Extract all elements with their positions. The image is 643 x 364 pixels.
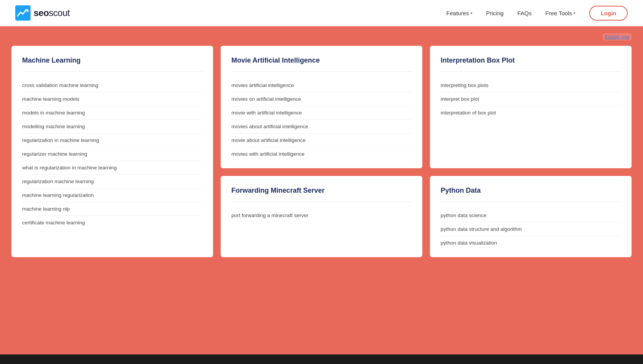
list-item: movie with artificial intelligence bbox=[231, 106, 412, 120]
features-chevron-icon: ▾ bbox=[470, 11, 472, 15]
list-item: python data science bbox=[441, 209, 621, 222]
features-label: Features bbox=[446, 10, 469, 16]
list-item: movies artificial intelligence bbox=[231, 79, 412, 92]
list-item: python data visualization bbox=[441, 236, 621, 250]
machine-learning-card: Machine Learning cross validation machin… bbox=[11, 46, 213, 257]
free-tools-chevron-icon: ▾ bbox=[574, 11, 575, 15]
list-item: modelling machine learning bbox=[22, 120, 202, 134]
interpretation-box-plot-card: Interpretation Box Plot interpreting box… bbox=[430, 46, 632, 168]
machine-learning-title: Machine Learning bbox=[22, 56, 202, 72]
list-item: regularization machine learning bbox=[22, 175, 202, 188]
interpretation-box-plot-keyword-list: interpreting box plots interpret box plo… bbox=[441, 79, 621, 119]
cards-grid: Machine Learning cross validation machin… bbox=[11, 46, 632, 257]
movie-ai-title: Movie Artificial Intelligence bbox=[231, 56, 412, 72]
list-item: what is regularization in machine learni… bbox=[22, 161, 202, 175]
logo-text: seoscout bbox=[34, 8, 70, 18]
list-item: movie about artificial intelligence bbox=[231, 134, 412, 147]
logo-seo: seo bbox=[34, 8, 49, 18]
faqs-nav-item[interactable]: FAQs bbox=[517, 10, 532, 16]
python-data-keyword-list: python data science python data structur… bbox=[441, 209, 621, 250]
python-data-card: Python Data python data science python d… bbox=[430, 176, 632, 257]
machine-learning-keyword-list: cross validation machine learning machin… bbox=[22, 79, 202, 229]
list-item: cross validation machine learning bbox=[22, 79, 202, 92]
forwarding-minecraft-keyword-list: port forwarding a minecraft server bbox=[231, 209, 412, 222]
free-tools-nav-item[interactable]: Free Tools ▾ bbox=[545, 10, 575, 16]
list-item: python data structure and algorithm bbox=[441, 222, 621, 236]
faqs-label: FAQs bbox=[517, 10, 532, 16]
logo[interactable]: seoscout bbox=[15, 5, 70, 21]
pricing-nav-item[interactable]: Pricing bbox=[486, 10, 504, 16]
svg-rect-0 bbox=[15, 5, 31, 21]
list-item: movies on artificial intelligence bbox=[231, 92, 412, 106]
list-item: regularizer machine learning bbox=[22, 147, 202, 161]
header: seoscout Features ▾ Pricing FAQs Free To… bbox=[0, 0, 643, 26]
movie-ai-card: Movie Artificial Intelligence movies art… bbox=[221, 46, 422, 168]
list-item: interpreting box plots bbox=[441, 79, 621, 92]
features-nav-item[interactable]: Features ▾ bbox=[446, 10, 472, 16]
login-button[interactable]: Login bbox=[589, 6, 628, 21]
export-csv-link[interactable]: Export .csv bbox=[603, 33, 632, 40]
logo-icon bbox=[15, 5, 31, 21]
list-item: interpret box plot bbox=[441, 92, 621, 106]
interpretation-box-plot-title: Interpretation Box Plot bbox=[441, 56, 621, 72]
forwarding-minecraft-title: Forwarding Minecraft Server bbox=[231, 187, 412, 202]
list-item: certificate machine learning bbox=[22, 216, 202, 229]
main-area: Export .csv Machine Learning cross valid… bbox=[0, 26, 643, 354]
list-item: movies with artificial intelligence bbox=[231, 147, 412, 161]
list-item: movies about artificial intelligence bbox=[231, 120, 412, 134]
list-item: models in machine learning bbox=[22, 106, 202, 120]
list-item: machine learning regularization bbox=[22, 188, 202, 202]
movie-ai-keyword-list: movies artificial intelligence movies on… bbox=[231, 79, 412, 161]
forwarding-minecraft-card: Forwarding Minecraft Server port forward… bbox=[221, 176, 422, 257]
list-item: machine learning nlp bbox=[22, 202, 202, 216]
list-item: regularization in machine learning bbox=[22, 134, 202, 147]
free-tools-label: Free Tools bbox=[545, 10, 572, 16]
main-nav: Features ▾ Pricing FAQs Free Tools ▾ Log… bbox=[446, 6, 628, 21]
logo-scout: scout bbox=[49, 8, 70, 18]
list-item: machine learning models bbox=[22, 92, 202, 106]
list-item: interpretation of box plot bbox=[441, 106, 621, 119]
list-item: port forwarding a minecraft server bbox=[231, 209, 412, 222]
pricing-label: Pricing bbox=[486, 10, 504, 16]
python-data-title: Python Data bbox=[441, 187, 621, 202]
export-bar: Export .csv bbox=[11, 32, 632, 46]
